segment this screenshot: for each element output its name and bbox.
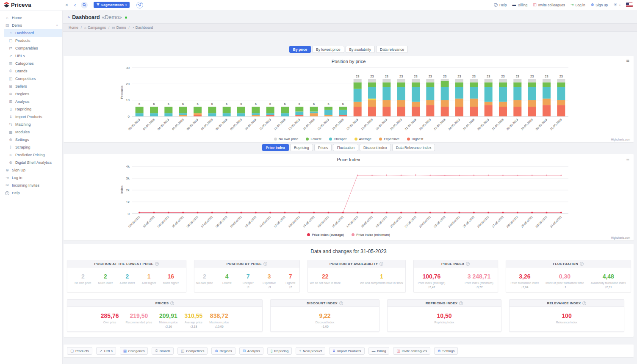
- toolbar-button-invite-colleagues[interactable]: ◫Invite colleagues: [393, 347, 430, 355]
- card-metric-a-bit-higher: 1A bit higher: [142, 273, 156, 284]
- sidebar-item-products[interactable]: ▢Products: [4, 37, 62, 44]
- tab-by-lowest-price[interactable]: By lowest price: [312, 46, 344, 53]
- metric-value: 1: [360, 273, 403, 280]
- highcharts-credit[interactable]: Highcharts.com: [611, 138, 630, 141]
- tab-discount-index[interactable]: Discount index: [360, 144, 391, 151]
- topbar-link-help[interactable]: ?Help: [494, 3, 507, 7]
- toolbar-button-brands[interactable]: ©Brands: [152, 347, 174, 355]
- legend-item-price-index-average[interactable]: Price index (average): [307, 233, 344, 237]
- segmentation-button[interactable]: Segmentation ▾: [94, 2, 130, 8]
- info-icon[interactable]: ?: [379, 262, 383, 266]
- sidebar-item-matching[interactable]: ⇆Matching: [4, 121, 62, 128]
- toolbar-button-new-product[interactable]: +New product: [296, 347, 325, 355]
- sidebar-item-dashboard[interactable]: ◔Dashboard: [4, 29, 62, 37]
- legend-item-lowest[interactable]: Lowest: [306, 137, 321, 141]
- info-icon[interactable]: ?: [582, 301, 586, 305]
- sidebar-item-urls[interactable]: ↗URLs: [4, 52, 62, 60]
- sidebar-item-repricing[interactable]: ▯Repricing: [4, 105, 62, 113]
- svg-text:23: 23: [516, 74, 519, 78]
- toolbar-button-settings[interactable]: ⊛Settings: [434, 347, 458, 355]
- topbar-link-log-in[interactable]: ⇥Log in: [571, 3, 585, 7]
- metric-value: 3: [262, 273, 277, 280]
- sidebar-item-incoming-invites[interactable]: ✉Incoming Invites: [0, 182, 62, 189]
- topbar-link-billing[interactable]: ▬Billing: [512, 3, 527, 7]
- legend-item-cheaper[interactable]: Cheaper: [329, 137, 347, 141]
- sidebar-item-sign-up[interactable]: ⊕Sign Up: [0, 166, 62, 174]
- sidebar-item-regions[interactable]: ⊕Regions: [4, 90, 62, 98]
- sidebar-item-help[interactable]: ?Help: [0, 189, 62, 197]
- sidebar-item-settings[interactable]: ⊛Settings: [4, 136, 62, 143]
- toolbar-button-urls[interactable]: ↗URLs: [96, 347, 116, 355]
- chevron-up-icon[interactable]: ∧: [56, 24, 58, 27]
- chart-menu-icon[interactable]: ≡: [626, 156, 629, 162]
- tab-by-price[interactable]: By price: [289, 46, 311, 53]
- legend-item-price-index-minimum[interactable]: Price index (minimum): [352, 233, 390, 237]
- sidebar-item-sellers[interactable]: ⊟Sellers: [4, 83, 62, 90]
- metric-value: 285,76: [101, 312, 119, 319]
- topbar-link-invite-colleagues[interactable]: ◫Invite colleagues: [533, 3, 565, 7]
- send-button[interactable]: [136, 2, 143, 8]
- theme-switcher[interactable]: ☀▾: [613, 3, 620, 7]
- toolbar-button-label: Brands: [160, 349, 170, 353]
- legend-item-no-own-price[interactable]: No own price: [274, 137, 299, 141]
- info-icon[interactable]: ?: [459, 301, 463, 305]
- legend-item-average[interactable]: Average: [355, 137, 372, 141]
- toolbar-button-import-products[interactable]: ⇓Import Products: [329, 347, 365, 355]
- sidebar-item-competitors[interactable]: ◫Competitors: [4, 75, 62, 83]
- info-icon[interactable]: ?: [170, 301, 174, 305]
- sidebar-item-categories[interactable]: ▥Categories: [4, 60, 62, 67]
- toolbar-button-analysis[interactable]: ⊞Analysis: [239, 347, 263, 355]
- sidebar-item-comparables[interactable]: ⇄Comparables: [4, 44, 62, 52]
- topbar-link-sign-up[interactable]: ⊕Sign up: [591, 3, 608, 7]
- info-icon[interactable]: ?: [263, 262, 267, 266]
- tab-price-index[interactable]: Price Index: [262, 144, 289, 151]
- toolbar-button-products[interactable]: ▢Products: [67, 347, 92, 355]
- tab-data-relevance[interactable]: Data relevance: [376, 46, 408, 53]
- info-icon[interactable]: ?: [580, 262, 584, 266]
- breadcrumb-item-dashboard[interactable]: ◔Dashboard: [132, 25, 153, 30]
- info-icon[interactable]: ?: [466, 262, 470, 266]
- tab-prices[interactable]: Prices: [314, 144, 332, 151]
- info-icon[interactable]: ?: [339, 301, 343, 305]
- sidebar-item-log-in[interactable]: ⇥Log in: [0, 174, 62, 182]
- sidebar-item-label: Analysis: [15, 99, 30, 104]
- breadcrumb-item-home[interactable]: Home: [69, 25, 78, 30]
- tab-fluctuation[interactable]: Fluctuation: [333, 144, 358, 151]
- sidebar-item-brands[interactable]: ©Brands: [4, 67, 62, 75]
- tab-by-availability[interactable]: By availability: [346, 46, 375, 53]
- svg-text:22-05-2023: 22-05-2023: [418, 215, 431, 228]
- breadcrumb-item-demo[interactable]: ▤Demo: [112, 25, 126, 30]
- info-icon[interactable]: ?: [155, 262, 159, 266]
- toolbar-button-competitors[interactable]: ◫Competitors: [177, 347, 208, 355]
- legend-item-expensive[interactable]: Expensive: [379, 137, 399, 141]
- close-icon[interactable]: ×: [65, 3, 68, 8]
- search-button[interactable]: [81, 2, 88, 8]
- metric-delta: ↓3: [262, 286, 277, 289]
- sidebar-item-demo[interactable]: ▤Demo∧: [0, 22, 62, 29]
- sidebar-item-analysis[interactable]: ⊞Analysis: [4, 98, 62, 105]
- sidebar-item-scraping[interactable]: ⇩Scraping: [4, 143, 62, 151]
- download-icon: ⇓: [332, 349, 335, 353]
- language-flag-us[interactable]: [626, 3, 633, 7]
- sidebar-item-import-products[interactable]: ⇓Import Products: [4, 113, 62, 121]
- chevron-left-icon[interactable]: ‹: [74, 3, 76, 8]
- sidebar-item-home[interactable]: ⌂Home: [0, 14, 62, 22]
- toolbar-button-repricing[interactable]: ▯Repricing: [267, 347, 292, 355]
- card-metric-repricing-index: 10,50Repricing index: [435, 312, 454, 324]
- toolbar-button-billing[interactable]: ▬Billing: [368, 347, 390, 355]
- sidebar-item-predictive-pricing[interactable]: ≈Predictive Pricing: [4, 151, 62, 159]
- toolbar-button-categories[interactable]: ▤Categories: [120, 347, 148, 355]
- sidebar-item-modules[interactable]: ▦Modules: [4, 128, 62, 136]
- legend-label: Cheaper: [334, 137, 347, 141]
- highcharts-credit[interactable]: Highcharts.com: [611, 236, 630, 239]
- svg-text:07-05-2023: 07-05-2023: [200, 118, 213, 131]
- tab-repricing[interactable]: Repricing: [290, 144, 313, 151]
- tab-data-relevance-index[interactable]: Data Relevance Index: [392, 144, 435, 151]
- sidebar-item-digital-shelf-analytics[interactable]: ⊚Digital Shelf Analytics: [4, 159, 62, 166]
- breadcrumb-item-campaigns[interactable]: ⌂Campaigns: [84, 25, 106, 30]
- table-icon: ⊞: [243, 349, 246, 353]
- chart-menu-icon[interactable]: ≡: [626, 58, 629, 63]
- toolbar-button-regions[interactable]: ⊕Regions: [211, 347, 235, 355]
- priceva-logo[interactable]: Priceva: [0, 2, 59, 8]
- legend-item-highest[interactable]: Highest: [407, 137, 423, 141]
